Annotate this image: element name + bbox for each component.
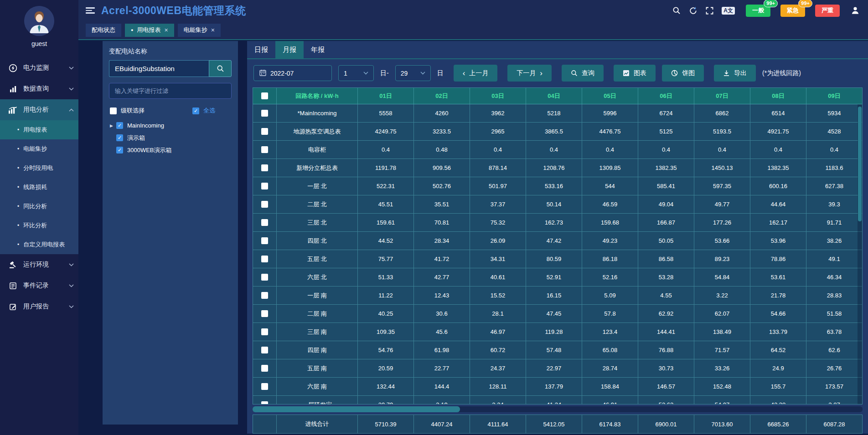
sidebar-item-运行环境[interactable]: 运行环境 bbox=[0, 254, 78, 275]
sidebar-subitem-同比分析[interactable]: •同比分析 bbox=[0, 197, 78, 216]
tree-node-checkbox[interactable]: ✓ bbox=[116, 147, 123, 154]
prev-month-button[interactable]: ‹ 上一月 bbox=[454, 65, 498, 82]
row-checkbox[interactable] bbox=[261, 201, 268, 208]
translate-icon[interactable]: A文 bbox=[722, 7, 735, 15]
sidebar-subitem-电能集抄[interactable]: •电能集抄 bbox=[0, 139, 78, 159]
row-checkbox-cell bbox=[253, 195, 277, 213]
report-tab-年报[interactable]: 年报 bbox=[304, 41, 332, 58]
cascade-checkbox[interactable] bbox=[110, 107, 117, 114]
sidebar-item-数据查询[interactable]: 数据查询 bbox=[0, 78, 78, 99]
row-checkbox[interactable] bbox=[261, 164, 268, 171]
window-tab-用电报表[interactable]: ●用电报表× bbox=[125, 24, 174, 37]
sidebar-subitem-分时段用电[interactable]: •分时段用电 bbox=[0, 159, 78, 178]
avatar[interactable] bbox=[24, 6, 54, 36]
select-all-group: ✓ 全选 bbox=[192, 107, 215, 115]
row-checkbox[interactable] bbox=[261, 128, 268, 135]
trend-icon bbox=[7, 106, 18, 114]
horizontal-scrollbar-thumb[interactable] bbox=[253, 406, 460, 412]
menu-toggle-icon[interactable] bbox=[86, 7, 95, 14]
vertical-scrollbar[interactable] bbox=[858, 104, 862, 404]
sidebar-item-事件记录[interactable]: 事件记录 bbox=[0, 275, 78, 296]
row-checkbox-cell bbox=[253, 268, 277, 286]
report-tab-月报[interactable]: 月报 bbox=[275, 41, 304, 58]
value-cell: 76.88 bbox=[638, 341, 694, 359]
day-end-select[interactable]: 29 bbox=[395, 65, 431, 81]
value-cell: 2.87 bbox=[806, 396, 862, 404]
report-tab-日报[interactable]: 日报 bbox=[247, 41, 275, 58]
vertical-scrollbar-thumb[interactable] bbox=[858, 107, 862, 221]
tree-node[interactable]: ✓3000WEB演示箱 bbox=[109, 144, 232, 156]
app-title: Acrel-3000WEB电能管理系统 bbox=[101, 4, 246, 18]
tree-node-checkbox[interactable]: ✓ bbox=[116, 122, 123, 129]
env-icon bbox=[7, 261, 18, 269]
value-cell: 5125 bbox=[638, 123, 694, 140]
close-icon[interactable]: × bbox=[211, 27, 215, 33]
next-month-button[interactable]: 下一月 › bbox=[507, 65, 552, 82]
user-icon[interactable] bbox=[851, 6, 860, 15]
station-search-button[interactable] bbox=[209, 60, 232, 77]
chevron-down-icon bbox=[69, 87, 74, 91]
circuit-name-cell: 五层 北 bbox=[277, 250, 358, 268]
sidebar-item-用电分析[interactable]: 用电分析 bbox=[0, 99, 78, 120]
search-icon[interactable] bbox=[672, 6, 681, 15]
tree-node-checkbox[interactable]: ✓ bbox=[116, 134, 123, 141]
horizontal-scrollbar[interactable] bbox=[253, 406, 863, 412]
chart-button[interactable]: 图表 bbox=[614, 65, 656, 82]
row-checkbox[interactable] bbox=[261, 110, 268, 117]
sidebar-subitem-label: 分时段用电 bbox=[23, 164, 53, 172]
tree-filter-input[interactable] bbox=[109, 83, 232, 99]
sidebar-item-用户报告[interactable]: 用户报告 bbox=[0, 296, 78, 317]
window-tab-配电状态[interactable]: 配电状态 bbox=[86, 24, 121, 37]
value-cell: 1382.35 bbox=[638, 159, 694, 177]
sidebar-subitem-环比分析[interactable]: •环比分析 bbox=[0, 216, 78, 235]
row-checkbox[interactable] bbox=[261, 274, 268, 281]
value-cell: 177.26 bbox=[694, 214, 750, 231]
row-checkbox[interactable] bbox=[261, 328, 268, 335]
row-checkbox-cell bbox=[253, 305, 277, 322]
row-checkbox[interactable] bbox=[261, 256, 268, 262]
value-cell: 34.31 bbox=[470, 250, 526, 268]
value-cell: 53.96 bbox=[750, 232, 806, 250]
value-cell: 155.7 bbox=[750, 378, 806, 395]
row-checkbox[interactable] bbox=[261, 401, 268, 404]
sidebar-subitem-自定义用电报表[interactable]: •自定义用电报表 bbox=[0, 235, 78, 254]
export-button[interactable]: 导出 bbox=[714, 65, 756, 82]
month-picker[interactable]: 2022-07 bbox=[253, 65, 332, 81]
sidebar-subitem-线路损耗[interactable]: •线路损耗 bbox=[0, 178, 78, 197]
row-checkbox[interactable] bbox=[261, 365, 268, 372]
table-row: 一层研发室30.793.192.2441.2446.9153.6254.0742… bbox=[253, 396, 862, 404]
caret-right-icon[interactable]: ▶ bbox=[110, 123, 116, 128]
fullscreen-icon[interactable] bbox=[706, 7, 713, 15]
sidebar-item-电力监测[interactable]: 电力监测 bbox=[0, 57, 78, 78]
query-button[interactable]: 查询 bbox=[562, 65, 604, 82]
select-all-checkbox[interactable]: ✓ bbox=[192, 107, 199, 114]
pie-button[interactable]: 饼图 bbox=[662, 65, 704, 82]
close-icon[interactable]: × bbox=[164, 27, 168, 33]
row-checkbox[interactable] bbox=[261, 292, 268, 299]
row-checkbox[interactable] bbox=[261, 383, 268, 390]
window-tab-电能集抄[interactable]: 电能集抄× bbox=[178, 24, 221, 37]
circuit-name-cell: 一层研发室 bbox=[277, 396, 358, 404]
value-cell: 1183.6 bbox=[806, 159, 862, 177]
alarm-button-紧急[interactable]: 紧急99+ bbox=[780, 5, 805, 17]
tree-node[interactable]: ▶✓MainIncoming bbox=[109, 119, 232, 132]
circuit-name-cell: 电容柜 bbox=[277, 141, 358, 159]
row-checkbox[interactable] bbox=[261, 237, 268, 244]
day-start-select[interactable]: 1 bbox=[338, 65, 374, 81]
select-all-rows-checkbox[interactable] bbox=[261, 92, 268, 99]
value-cell: 49.04 bbox=[638, 195, 694, 213]
row-checkbox[interactable] bbox=[261, 219, 268, 226]
tree-node[interactable]: ✓演示箱 bbox=[109, 132, 232, 144]
row-checkbox[interactable] bbox=[261, 146, 268, 153]
footer-empty-cell bbox=[253, 415, 277, 433]
alarm-button-严重[interactable]: 严重 bbox=[815, 5, 840, 17]
refresh-icon[interactable] bbox=[689, 6, 698, 15]
row-checkbox[interactable] bbox=[261, 310, 268, 317]
alarm-button-一般[interactable]: 一般99+ bbox=[746, 5, 770, 17]
station-search-input[interactable] bbox=[109, 60, 209, 77]
value-cell: 46.59 bbox=[582, 195, 638, 213]
sidebar-subitem-用电报表[interactable]: •用电报表 bbox=[0, 120, 78, 139]
row-checkbox[interactable] bbox=[261, 183, 268, 189]
value-cell: 54.76 bbox=[358, 341, 414, 359]
row-checkbox[interactable] bbox=[261, 347, 268, 353]
